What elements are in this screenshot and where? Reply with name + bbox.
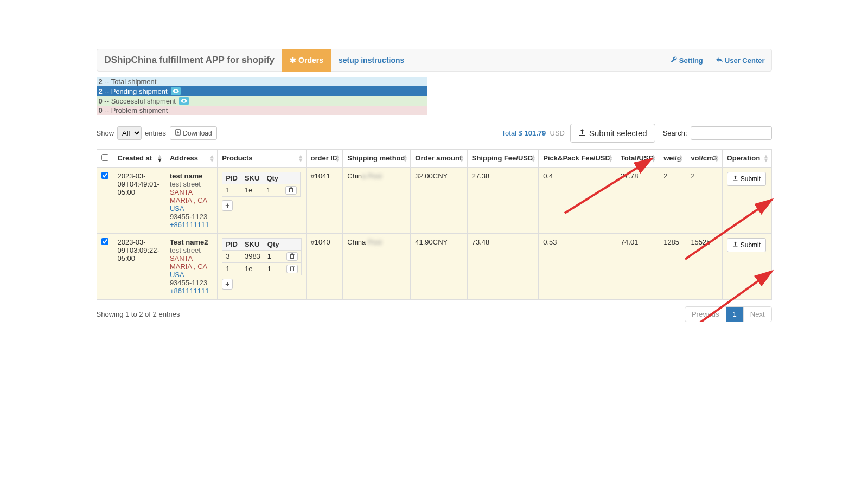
- table-row: 2023-03-09T03:09:22-05:00Test name2test …: [97, 234, 771, 300]
- col-wei[interactable]: wei/g▲▼: [659, 150, 686, 168]
- user-center-link[interactable]: User Center: [710, 49, 771, 72]
- col-products[interactable]: Products▲▼: [218, 150, 306, 168]
- product-row: 339831: [222, 251, 301, 263]
- delete-product-button[interactable]: [286, 265, 298, 273]
- add-product-button[interactable]: +: [222, 279, 233, 290]
- cell-shipping-method: China Post: [343, 234, 411, 300]
- upload-icon: [732, 241, 738, 249]
- cell-operation: Submit: [722, 168, 771, 234]
- cell-total: 74.01: [616, 234, 659, 300]
- snowflake-icon: ✱: [290, 56, 296, 65]
- entries-select[interactable]: All: [117, 126, 142, 140]
- tab-setup-instructions[interactable]: setup instructions: [331, 49, 412, 72]
- submit-row-button[interactable]: Submit: [727, 238, 766, 252]
- col-order-id[interactable]: order ID▲▼: [306, 150, 343, 168]
- cell-address: test nametest streetSANTA MARIA , CAUSA9…: [165, 168, 217, 234]
- status-total-label: Total shipment: [111, 78, 157, 86]
- entries-label: entries: [145, 129, 166, 137]
- show-label: Show: [97, 129, 114, 137]
- cell-order-amount: 41.90CNY: [411, 234, 467, 300]
- user-center-label: User Center: [725, 56, 765, 65]
- submit-selected-button[interactable]: Submit selected: [570, 124, 655, 143]
- delete-product-button[interactable]: [285, 186, 297, 195]
- toolbar: Show All entries Download Total $ 101.79…: [97, 124, 772, 143]
- setting-label: Setting: [679, 56, 703, 65]
- cell-vol: 2: [686, 168, 722, 234]
- next-button[interactable]: Next: [744, 307, 771, 322]
- col-total[interactable]: Total/USD▲▼: [616, 150, 659, 168]
- download-label: Download: [183, 130, 212, 137]
- status-problem-label: Problem shipment: [111, 106, 168, 114]
- product-row: 11e1: [222, 263, 301, 275]
- setting-link[interactable]: Setting: [664, 49, 710, 72]
- table-row: 2023-03-09T04:49:01-05:00test nametest s…: [97, 168, 771, 234]
- download-icon: [175, 129, 181, 137]
- search-input[interactable]: [691, 126, 772, 140]
- col-created-at[interactable]: Created at▲▼: [113, 150, 165, 168]
- cell-created-at: 2023-03-09T03:09:22-05:00: [113, 234, 165, 300]
- sort-icon: ▲▼: [157, 155, 163, 162]
- status-success-count: 0: [99, 97, 103, 105]
- search-label: Search:: [663, 129, 687, 137]
- status-total: 2 -- Total shipment: [97, 77, 427, 86]
- col-operation[interactable]: Operation▲▼: [722, 150, 771, 168]
- sort-icon: ▲▼: [763, 155, 769, 162]
- cell-order-id: #1040: [306, 234, 343, 300]
- col-order-amount[interactable]: Order amount▲▼: [411, 150, 467, 168]
- col-pickpack-fee[interactable]: Pick&Pack Fee/USD▲▼: [539, 150, 616, 168]
- col-shipping-fee[interactable]: Shipping Fee/USD▲▼: [467, 150, 539, 168]
- reply-icon: [716, 56, 723, 65]
- cell-vol: 15525: [686, 234, 722, 300]
- download-button[interactable]: Download: [170, 126, 216, 140]
- cell-order-amount: 32.00CNY: [411, 168, 467, 234]
- status-success[interactable]: 0 -- Successful shipment: [97, 96, 427, 106]
- svg-rect-3: [290, 267, 293, 271]
- eye-icon[interactable]: [171, 87, 181, 95]
- sort-icon: ▲▼: [608, 155, 614, 162]
- app-title: DShipChina fulfillment APP for shopify: [97, 55, 283, 66]
- col-vol[interactable]: vol/cm3▲▼: [686, 150, 722, 168]
- svg-rect-2: [290, 255, 293, 259]
- cell-shipping-fee: 27.38: [467, 168, 539, 234]
- sort-icon: ▲▼: [209, 155, 215, 162]
- submit-row-button[interactable]: Submit: [727, 172, 766, 186]
- cell-shipping-fee: 73.48: [467, 234, 539, 300]
- nav-right: Setting User Center: [664, 49, 771, 72]
- status-pending-count: 2: [99, 87, 103, 95]
- status-pending-label: Pending shipment: [111, 87, 168, 95]
- cell-created-at: 2023-03-09T04:49:01-05:00: [113, 168, 165, 234]
- col-shipping-method[interactable]: Shipping method▲▼: [343, 150, 411, 168]
- tab-orders-label: Orders: [298, 56, 323, 65]
- cell-products: PIDSKUQty11e1+: [218, 168, 306, 234]
- status-block: 2 -- Total shipment 2 -- Pending shipmen…: [97, 77, 427, 115]
- cell-order-id: #1041: [306, 168, 343, 234]
- upload-icon: [578, 129, 586, 138]
- table-footer: Showing 1 to 2 of 2 entries Previous 1 N…: [97, 306, 772, 322]
- sort-icon: ▲▼: [459, 155, 465, 162]
- product-row: 11e1: [222, 184, 301, 197]
- upload-icon: [732, 175, 738, 183]
- row-checkbox[interactable]: [101, 172, 108, 179]
- page-1-button[interactable]: 1: [726, 307, 744, 322]
- total-summary: Total $ 101.79 USD: [502, 129, 565, 137]
- row-checkbox[interactable]: [101, 238, 108, 245]
- sort-icon: ▲▼: [298, 155, 304, 162]
- cell-address: Test name2test streetSANTA MARIA , CAUSA…: [165, 234, 217, 300]
- cell-shipping-method: China Post: [343, 168, 411, 234]
- cell-products: PIDSKUQty33983111e1+: [218, 234, 306, 300]
- cell-operation: Submit: [722, 234, 771, 300]
- pagination: Previous 1 Next: [685, 306, 772, 322]
- delete-product-button[interactable]: [286, 252, 298, 261]
- eye-icon[interactable]: [179, 97, 189, 105]
- col-address[interactable]: Address▲▼: [165, 150, 217, 168]
- status-problem-count: 0: [99, 106, 103, 114]
- previous-button[interactable]: Previous: [685, 307, 726, 322]
- sort-icon: ▲▼: [650, 155, 656, 162]
- sort-icon: ▲▼: [530, 155, 536, 162]
- cell-pickpack-fee: 0.53: [539, 234, 616, 300]
- cell-total: 27.78: [616, 168, 659, 234]
- select-all-checkbox[interactable]: [101, 154, 108, 161]
- tab-orders[interactable]: ✱ Orders: [282, 49, 331, 72]
- status-pending[interactable]: 2 -- Pending shipment: [97, 86, 427, 96]
- add-product-button[interactable]: +: [222, 200, 233, 211]
